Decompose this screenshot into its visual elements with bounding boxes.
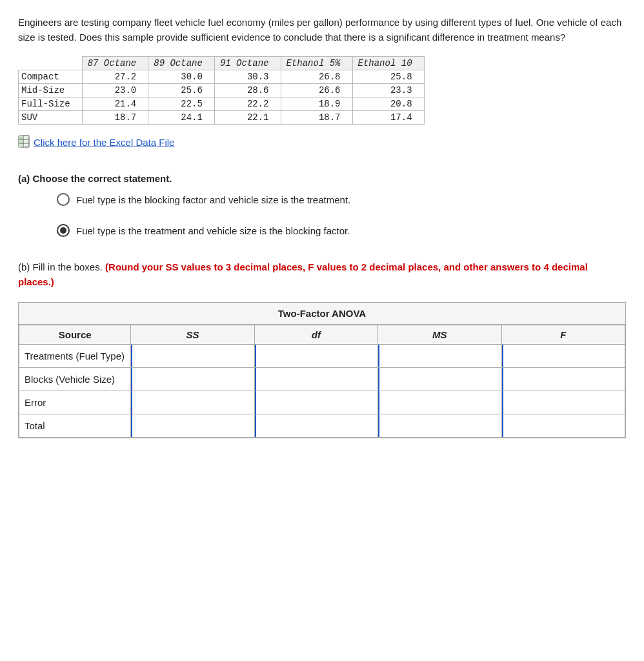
- data-cell-0-0: 27.2: [82, 70, 148, 84]
- part-b-instruction: (b) Fill in the boxes. (Round your SS va…: [18, 260, 626, 289]
- data-cell-1-1: 25.6: [148, 84, 215, 97]
- data-cell-1-4: 23.3: [352, 84, 424, 97]
- fuel-data-table: 87 Octane 89 Octane 91 Octane Ethanol 5%…: [18, 56, 425, 125]
- anova-input-ms-2[interactable]: [378, 391, 501, 414]
- anova-input-df-1[interactable]: [255, 368, 377, 391]
- anova-cell-ss-0[interactable]: [131, 345, 254, 368]
- anova-col-ms: MS: [378, 325, 501, 345]
- anova-cell-ms-1[interactable]: [378, 368, 501, 391]
- anova-cell-ms-3[interactable]: [378, 414, 501, 438]
- radio-option-2[interactable]: Fuel type is the treatment and vehicle s…: [57, 224, 626, 237]
- data-cell-3-1: 24.1: [148, 111, 215, 125]
- anova-input-ss-0[interactable]: [131, 345, 254, 367]
- anova-source-1: Blocks (Vehicle Size): [19, 368, 131, 391]
- anova-source-3: Total: [19, 414, 131, 438]
- anova-title: Two-Factor ANOVA: [19, 303, 625, 325]
- anova-col-f: F: [501, 325, 625, 345]
- col-header-eth5: Ethanol 5%: [281, 57, 352, 70]
- anova-cell-df-2[interactable]: [254, 391, 377, 414]
- radio-circle-1: [57, 193, 70, 206]
- anova-cell-f-3[interactable]: [501, 414, 625, 438]
- anova-input-f-3[interactable]: [502, 414, 625, 437]
- anova-input-df-2[interactable]: [255, 391, 377, 414]
- radio-option-1[interactable]: Fuel type is the blocking factor and veh…: [57, 193, 626, 206]
- anova-cell-f-1[interactable]: [501, 368, 625, 391]
- intro-paragraph: Engineers are testing company fleet vehi…: [18, 15, 626, 45]
- col-header-89: 89 Octane: [148, 57, 215, 70]
- anova-input-ms-3[interactable]: [378, 414, 501, 437]
- part-a-label: (a) Choose the correct statement.: [18, 173, 626, 184]
- svg-text:X: X: [20, 136, 22, 139]
- data-row-label-0: Compact: [19, 70, 83, 84]
- anova-input-f-2[interactable]: [502, 391, 625, 414]
- data-cell-1-3: 26.6: [281, 84, 352, 97]
- anova-source-0: Treatments (Fuel Type): [19, 345, 131, 368]
- data-row-label-2: Full-Size: [19, 97, 83, 111]
- anova-cell-f-0[interactable]: [501, 345, 625, 368]
- part-b-label-start: (b) Fill in the boxes.: [18, 261, 105, 272]
- anova-cell-ms-2[interactable]: [378, 391, 501, 414]
- radio-circle-2: [57, 224, 70, 237]
- data-cell-2-3: 18.9: [281, 97, 352, 111]
- data-cell-1-0: 23.0: [82, 84, 148, 97]
- data-cell-3-4: 17.4: [352, 111, 424, 125]
- anova-col-df: df: [254, 325, 377, 345]
- data-cell-0-2: 30.3: [214, 70, 281, 84]
- data-cell-2-2: 22.2: [214, 97, 281, 111]
- anova-source-2: Error: [19, 391, 131, 414]
- data-row-label-3: SUV: [19, 111, 83, 125]
- data-row-label-1: Mid-Size: [19, 84, 83, 97]
- anova-input-df-3[interactable]: [255, 414, 377, 437]
- anova-input-ms-1[interactable]: [378, 368, 501, 391]
- excel-link-text: Click here for the Excel Data File: [34, 137, 174, 148]
- data-cell-0-1: 30.0: [148, 70, 215, 84]
- anova-input-ss-2[interactable]: [131, 391, 254, 414]
- col-header-eth10: Ethanol 10: [352, 57, 424, 70]
- anova-cell-ss-1[interactable]: [131, 368, 254, 391]
- data-cell-3-2: 22.1: [214, 111, 281, 125]
- data-cell-3-0: 18.7: [82, 111, 148, 125]
- anova-cell-df-1[interactable]: [254, 368, 377, 391]
- data-cell-2-4: 20.8: [352, 97, 424, 111]
- anova-cell-df-3[interactable]: [254, 414, 377, 438]
- col-header-87: 87 Octane: [82, 57, 148, 70]
- excel-link[interactable]: X Click here for the Excel Data File: [18, 135, 174, 150]
- data-cell-1-2: 28.6: [214, 84, 281, 97]
- anova-cell-f-2[interactable]: [501, 391, 625, 414]
- data-cell-0-3: 26.8: [281, 70, 352, 84]
- anova-input-ms-0[interactable]: [378, 345, 501, 367]
- anova-cell-ss-2[interactable]: [131, 391, 254, 414]
- anova-table-wrapper: Two-Factor ANOVA Source SS df MS F Treat…: [18, 302, 626, 438]
- anova-cell-ss-3[interactable]: [131, 414, 254, 438]
- data-cell-2-0: 21.4: [82, 97, 148, 111]
- anova-cell-df-0[interactable]: [254, 345, 377, 368]
- table-corner: [19, 57, 83, 70]
- anova-cell-ms-0[interactable]: [378, 345, 501, 368]
- data-cell-3-3: 18.7: [281, 111, 352, 125]
- anova-col-source: Source: [19, 325, 131, 345]
- radio-label-2: Fuel type is the treatment and vehicle s…: [76, 225, 350, 236]
- anova-input-f-1[interactable]: [502, 368, 625, 391]
- radio-label-1: Fuel type is the blocking factor and veh…: [76, 194, 350, 205]
- anova-input-df-0[interactable]: [255, 345, 377, 367]
- col-header-91: 91 Octane: [214, 57, 281, 70]
- anova-input-ss-1[interactable]: [131, 368, 254, 391]
- anova-table: Source SS df MS F Treatments (Fuel Type)…: [19, 325, 625, 438]
- anova-input-ss-3[interactable]: [131, 414, 254, 437]
- data-cell-2-1: 22.5: [148, 97, 215, 111]
- data-cell-0-4: 25.8: [352, 70, 424, 84]
- radio-group-part-a: Fuel type is the blocking factor and veh…: [57, 193, 626, 237]
- excel-icon: X: [18, 135, 30, 150]
- anova-col-ss: SS: [131, 325, 254, 345]
- anova-input-f-0[interactable]: [502, 345, 625, 367]
